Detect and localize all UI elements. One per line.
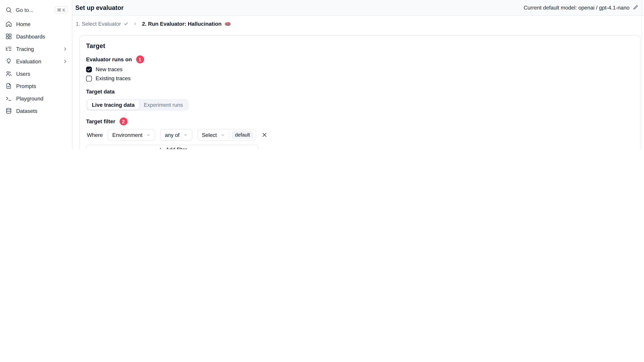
filter-row: Where Environment any of Select — [87, 129, 634, 141]
tab-live-tracing-data[interactable]: Live tracing data — [88, 100, 139, 110]
filter-selected-chip[interactable]: default — [232, 131, 253, 139]
target-data-label: Target data — [86, 88, 634, 95]
checkbox-label: Existing traces — [96, 75, 130, 81]
tracing-icon — [6, 45, 12, 52]
top-header: Set up evaluator Current default model: … — [72, 0, 644, 16]
sidebar-item-label: Prompts — [16, 83, 36, 89]
breadcrumb-step-2: 2. Run Evaluator: Hallucination — [142, 20, 231, 27]
chevron-right-icon — [62, 58, 68, 64]
add-filter-button[interactable]: Add filter — [86, 145, 258, 149]
users-icon — [6, 70, 12, 77]
target-heading: Target — [86, 42, 634, 50]
sidebar-item-label: Dashboards — [16, 33, 45, 39]
divider — [229, 131, 229, 138]
chevron-down-icon — [220, 133, 225, 137]
breadcrumb: 1. Select Evaluator 2. Run Evaluator: Ha… — [72, 16, 644, 32]
where-label: Where — [87, 132, 103, 138]
datasets-icon — [6, 108, 12, 114]
breadcrumb-step-1[interactable]: 1. Select Evaluator — [76, 20, 128, 27]
search-icon — [6, 7, 12, 13]
sidebar-nav: HomeDashboardsTracingEvaluationUsersProm… — [0, 18, 72, 117]
filter-value-select[interactable]: Select — [198, 132, 229, 138]
chevron-right-icon — [62, 46, 68, 52]
step-complete-check-icon — [124, 21, 128, 26]
checkbox-new-traces[interactable]: New traces — [86, 66, 634, 73]
app-window: Go to... ⌘ K HomeDashboardsTracingEvalua… — [0, 0, 644, 149]
sidebar-item-datasets[interactable]: Datasets — [0, 105, 72, 117]
default-model-label: Current default model: openai / gpt-4.1-… — [524, 4, 630, 11]
goto-shortcut: ⌘ K — [54, 6, 68, 14]
default-model: Current default model: openai / gpt-4.1-… — [524, 4, 638, 11]
chevron-down-icon — [183, 133, 188, 137]
chevron-down-icon — [146, 133, 151, 137]
checkbox-existing-traces[interactable]: Existing traces — [86, 75, 634, 82]
home-icon — [6, 20, 12, 27]
sidebar-item-dashboards[interactable]: Dashboards — [0, 30, 72, 42]
scrollbar-gutter[interactable] — [642, 0, 642, 149]
target-data-tabs: Live tracing dataExperiment runs — [86, 99, 188, 111]
checkbox-label: New traces — [96, 66, 122, 72]
sidebar-item-label: Evaluation — [16, 58, 42, 64]
page-title: Set up evaluator — [75, 4, 124, 11]
hallucination-knot-emoji-icon — [224, 21, 231, 27]
evaluation-icon — [6, 58, 12, 64]
sidebar: Go to... ⌘ K HomeDashboardsTracingEvalua… — [0, 0, 72, 149]
sidebar-item-evaluation[interactable]: Evaluation — [0, 55, 72, 67]
evaluator-runs-on-label: Evaluator runs on 1 — [86, 55, 634, 63]
chevron-right-icon — [133, 21, 138, 26]
filter-value-box: Select default — [197, 129, 256, 141]
sidebar-item-label: Tracing — [16, 46, 34, 52]
playground-icon — [6, 95, 12, 102]
sidebar-item-playground[interactable]: Playground — [0, 92, 72, 105]
target-filter-label: Target filter 2 — [86, 117, 634, 125]
checkbox-checked-icon[interactable] — [86, 66, 92, 72]
plus-icon — [158, 147, 163, 149]
filter-field-select[interactable]: Environment — [108, 129, 155, 141]
step-badge-2: 2 — [120, 117, 127, 125]
tab-experiment-runs[interactable]: Experiment runs — [139, 100, 188, 110]
checkbox-unchecked-icon[interactable] — [86, 75, 92, 81]
goto-label: Go to... — [16, 7, 34, 13]
sidebar-item-tracing[interactable]: Tracing — [0, 42, 72, 55]
remove-filter-icon[interactable] — [262, 132, 267, 138]
prompts-icon — [6, 83, 12, 89]
goto-search[interactable]: Go to... ⌘ K — [6, 6, 68, 14]
sidebar-item-home[interactable]: Home — [0, 18, 72, 30]
sidebar-item-prompts[interactable]: Prompts — [0, 80, 72, 92]
sidebar-item-label: Home — [16, 21, 30, 27]
step-badge-1: 1 — [136, 55, 144, 63]
sidebar-item-label: Playground — [16, 95, 44, 101]
sidebar-item-label: Datasets — [16, 108, 38, 114]
target-card: Target Evaluator runs on 1 New tracesExi… — [80, 35, 640, 149]
sidebar-item-users[interactable]: Users — [0, 67, 72, 80]
sidebar-item-label: Users — [16, 70, 30, 77]
filter-operator-select[interactable]: any of — [160, 129, 192, 141]
dashboards-icon — [6, 33, 12, 40]
runs-on-checkbox-group: New tracesExisting traces — [86, 66, 634, 82]
edit-model-icon[interactable] — [633, 5, 638, 10]
